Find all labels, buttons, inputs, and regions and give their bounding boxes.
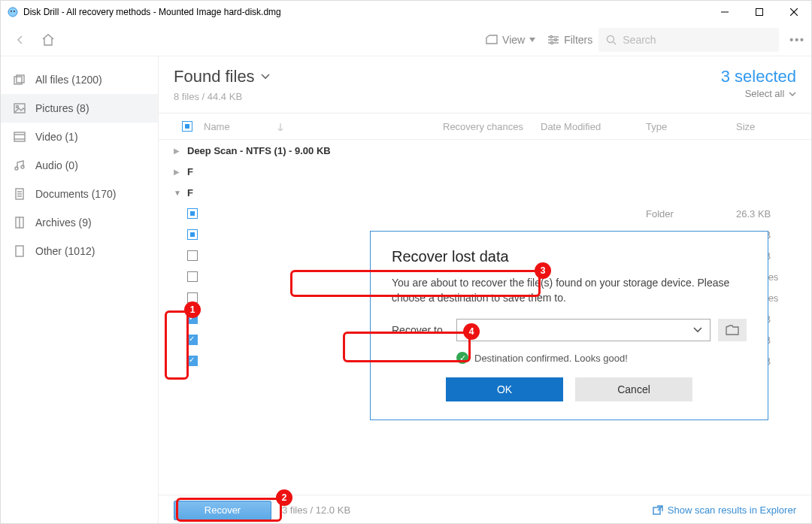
sidebar-item-archives[interactable]: Archives (9): [1, 208, 158, 237]
annotation-badge-2: 2: [276, 489, 292, 506]
sidebar-label: Video (1): [35, 131, 78, 143]
selected-count: 3 selected: [721, 67, 796, 86]
annotation-badge-4: 4: [463, 323, 480, 340]
svg-point-13: [607, 35, 614, 42]
check-icon: ✓: [456, 352, 468, 364]
audio-icon: [13, 159, 26, 172]
documents-icon: [13, 187, 26, 201]
sidebar-item-all-files[interactable]: All files (1200): [1, 65, 158, 94]
sidebar-label: Archives (9): [35, 217, 92, 229]
cancel-button[interactable]: Cancel: [575, 377, 692, 401]
annotation-badge-3: 3: [535, 262, 551, 279]
svg-point-2: [14, 11, 15, 12]
column-size[interactable]: Size: [736, 121, 811, 132]
column-chances[interactable]: Recovery chances: [443, 121, 541, 132]
svg-point-11: [555, 38, 557, 41]
row-checkbox[interactable]: [187, 229, 198, 240]
select-all-checkbox[interactable]: [174, 121, 201, 132]
view-dropdown[interactable]: View: [480, 29, 541, 50]
filters-label: Filters: [564, 34, 592, 46]
category-sidebar: All files (1200) Pictures (8) Video (1) …: [1, 56, 159, 524]
window-title: Disk Drill - All recovery methods - Moun…: [23, 7, 707, 17]
sidebar-item-pictures[interactable]: Pictures (8): [1, 94, 158, 123]
status-bar: Recover 3 files / 12.0 KB Show scan resu…: [159, 495, 811, 524]
app-logo-icon: [7, 6, 19, 18]
recover-button[interactable]: Recover: [174, 501, 271, 520]
archives-icon: [13, 216, 26, 229]
destination-select[interactable]: G:\: [456, 319, 710, 341]
search-input[interactable]: Search: [598, 28, 779, 52]
sidebar-item-documents[interactable]: Documents (170): [1, 180, 158, 208]
svg-rect-31: [653, 507, 660, 514]
column-date[interactable]: Date Modified: [541, 121, 646, 132]
row-checkbox[interactable]: [187, 208, 198, 219]
main-panel: Found files 8 files / 44.4 KB 3 selected…: [159, 56, 811, 524]
svg-point-22: [15, 167, 18, 170]
table-header: Name Recovery chances Date Modified Type…: [159, 113, 811, 140]
filters-button[interactable]: Filters: [541, 29, 598, 50]
collapse-icon[interactable]: ▼: [174, 189, 187, 197]
show-in-explorer-link[interactable]: Show scan results in Explorer: [653, 504, 796, 516]
sidebar-item-video[interactable]: Video (1): [1, 123, 158, 151]
svg-rect-30: [16, 246, 23, 256]
row-checkbox[interactable]: [187, 335, 198, 345]
dialog-title: Recover lost data: [392, 248, 747, 265]
file-row[interactable]: Folder 26.3 KB: [159, 203, 811, 224]
browse-button[interactable]: [718, 319, 747, 341]
sidebar-label: Pictures (8): [35, 102, 89, 114]
svg-point-18: [17, 106, 19, 108]
svg-rect-19: [14, 132, 25, 141]
status-text: 3 files / 12.0 KB: [282, 504, 350, 516]
svg-point-12: [551, 41, 553, 44]
other-icon: [13, 244, 26, 258]
select-all-button[interactable]: Select all: [721, 88, 796, 99]
row-checkbox[interactable]: [187, 271, 198, 282]
window-maximize-button[interactable]: [742, 1, 777, 23]
svg-point-23: [21, 165, 24, 168]
dialog-body: You are about to recover the file(s) fou…: [392, 276, 747, 305]
expand-icon[interactable]: ▶: [174, 168, 187, 176]
svg-point-0: [8, 8, 17, 17]
home-button[interactable]: [41, 33, 55, 47]
column-type[interactable]: Type: [646, 121, 736, 132]
column-name[interactable]: Name: [201, 121, 443, 132]
recover-dialog: Recover lost data You are about to recov…: [370, 231, 768, 420]
row-checkbox[interactable]: [187, 250, 198, 261]
window-minimize-button[interactable]: [707, 1, 742, 23]
all-files-icon: [13, 73, 26, 86]
group-label: Deep Scan - NTFS (1) - 9.00 KB: [187, 145, 811, 156]
svg-point-1: [11, 11, 12, 12]
view-label: View: [502, 34, 525, 46]
toolbar: View Filters Search •••: [1, 23, 811, 56]
expand-icon[interactable]: ▶: [174, 147, 187, 155]
annotation-badge-1: 1: [184, 301, 201, 318]
sidebar-label: All files (1200): [35, 74, 102, 86]
found-files-subtitle: 8 files / 44.4 KB: [174, 91, 270, 102]
folder-icon: [726, 325, 739, 335]
ok-button[interactable]: OK: [446, 377, 563, 401]
svg-point-10: [550, 35, 553, 38]
video-icon: [13, 130, 26, 144]
group-row[interactable]: ▶ F: [159, 161, 811, 182]
sidebar-label: Audio (0): [35, 159, 78, 171]
chevron-down-icon: [693, 327, 702, 333]
sidebar-item-audio[interactable]: Audio (0): [1, 151, 158, 180]
sidebar-label: Other (1012): [35, 245, 95, 257]
sidebar-item-other[interactable]: Other (1012): [1, 237, 158, 265]
window-titlebar: Disk Drill - All recovery methods - Moun…: [1, 1, 811, 23]
heading-text: Found files: [174, 67, 255, 86]
svg-line-14: [614, 42, 616, 44]
destination-confirm: ✓ Destination confirmed. Looks good!: [456, 352, 747, 364]
group-row[interactable]: ▶ Deep Scan - NTFS (1) - 9.00 KB: [159, 140, 811, 161]
row-checkbox[interactable]: [187, 356, 198, 366]
svg-rect-4: [756, 9, 763, 16]
window-close-button[interactable]: [777, 1, 811, 23]
back-button[interactable]: [14, 34, 26, 46]
search-placeholder: Search: [623, 34, 656, 46]
found-files-heading[interactable]: Found files: [174, 67, 270, 86]
more-menu[interactable]: •••: [789, 34, 805, 46]
group-row[interactable]: ▼ F: [159, 182, 811, 203]
sidebar-label: Documents (170): [35, 188, 116, 200]
recover-to-label: Recover to: [392, 324, 449, 336]
pictures-icon: [13, 101, 26, 115]
